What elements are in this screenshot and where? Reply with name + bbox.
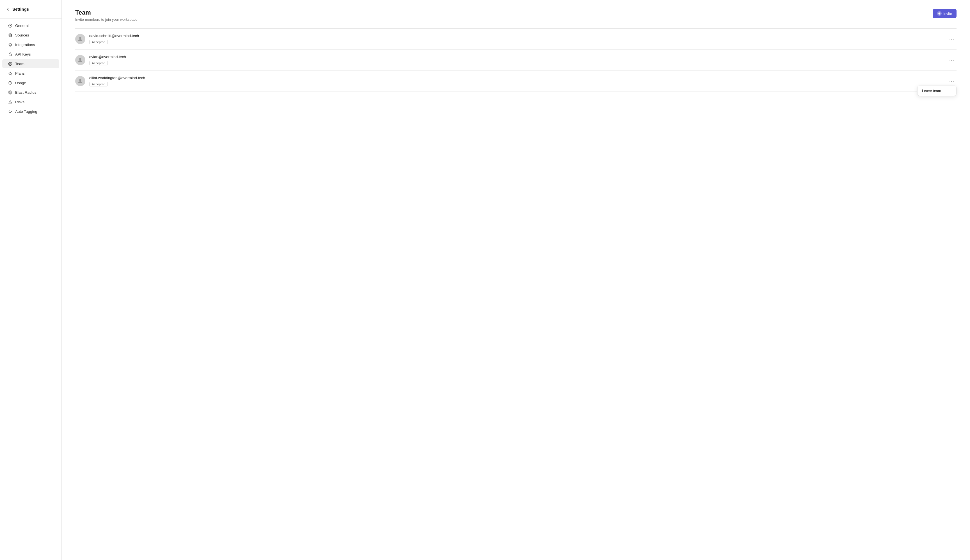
blast-radius-icon xyxy=(8,90,12,95)
avatar xyxy=(75,76,85,86)
member-row: elliot.waddington@overmind.tech Accepted… xyxy=(75,71,957,92)
member-actions: ··· Leave team xyxy=(947,77,957,85)
svg-point-5 xyxy=(10,63,11,64)
sidebar-item-auto-tagging[interactable]: Auto Tagging xyxy=(2,107,59,116)
settings-header[interactable]: Settings xyxy=(0,5,62,17)
sidebar-label-api-keys: API Keys xyxy=(15,52,31,57)
sidebar-item-integrations[interactable]: Integrations xyxy=(2,40,59,49)
member-menu-button[interactable]: ··· xyxy=(947,56,957,64)
svg-point-8 xyxy=(9,91,12,94)
sidebar-label-auto-tagging: Auto Tagging xyxy=(15,109,37,113)
sidebar-label-integrations: Integrations xyxy=(15,43,35,47)
invite-button[interactable]: + Invite xyxy=(933,9,957,18)
sidebar-label-general: General xyxy=(15,23,28,28)
member-email: elliot.waddington@overmind.tech xyxy=(89,76,947,80)
member-row: dylan@overmind.tech Accepted ··· xyxy=(75,50,957,71)
sidebar-item-blast-radius[interactable]: Blast Radius xyxy=(2,88,59,97)
member-email: david.schmitt@overmind.tech xyxy=(89,34,947,38)
svg-point-15 xyxy=(79,79,81,81)
member-info: david.schmitt@overmind.tech Accepted xyxy=(89,34,947,44)
avatar xyxy=(75,34,85,44)
general-icon xyxy=(8,23,12,28)
sidebar-label-plans: Plans xyxy=(15,71,25,75)
member-row: david.schmitt@overmind.tech Accepted ··· xyxy=(75,28,957,50)
page-title-block: Team Invite members to join your workspa… xyxy=(75,9,137,22)
member-menu-button[interactable]: ··· xyxy=(947,77,957,85)
page-header: Team Invite members to join your workspa… xyxy=(75,9,957,22)
sidebar-item-sources[interactable]: Sources xyxy=(2,31,59,40)
member-email: dylan@overmind.tech xyxy=(89,55,947,59)
sidebar-label-usage: Usage xyxy=(15,81,26,85)
member-status-badge: Accepted xyxy=(89,61,108,65)
member-menu-button[interactable]: ··· xyxy=(947,35,957,43)
plans-icon xyxy=(8,71,12,75)
back-icon[interactable] xyxy=(6,7,10,12)
sidebar-item-team[interactable]: Team xyxy=(2,59,59,68)
member-info: dylan@overmind.tech Accepted xyxy=(89,55,947,65)
sidebar-item-plans[interactable]: Plans xyxy=(2,69,59,78)
svg-point-14 xyxy=(79,58,81,60)
svg-point-13 xyxy=(79,37,81,39)
member-status-badge: Accepted xyxy=(89,40,108,44)
member-actions: ··· xyxy=(947,35,957,43)
page-subtitle: Invite members to join your workspace xyxy=(75,17,137,22)
member-info: elliot.waddington@overmind.tech Accepted xyxy=(89,76,947,87)
settings-title: Settings xyxy=(12,7,29,12)
sidebar: Settings General Sources Integrations AP… xyxy=(0,0,62,560)
sidebar-label-team: Team xyxy=(15,62,24,66)
integrations-icon xyxy=(8,42,12,47)
svg-point-7 xyxy=(10,92,11,93)
team-icon xyxy=(8,62,12,66)
svg-rect-3 xyxy=(9,54,12,56)
sidebar-label-blast-radius: Blast Radius xyxy=(15,90,37,95)
svg-point-2 xyxy=(9,34,12,35)
sources-icon xyxy=(8,33,12,37)
avatar xyxy=(75,55,85,65)
sidebar-item-api-keys[interactable]: API Keys xyxy=(2,50,59,58)
page-title: Team xyxy=(75,9,137,16)
svg-point-1 xyxy=(10,25,11,26)
member-status-badge: Accepted xyxy=(89,82,108,87)
svg-point-12 xyxy=(9,110,10,111)
api-keys-icon xyxy=(8,52,12,57)
leave-team-option[interactable]: Leave team xyxy=(918,86,956,96)
invite-plus-icon: + xyxy=(937,11,942,16)
member-actions: ··· xyxy=(947,56,957,64)
sidebar-label-risks: Risks xyxy=(15,100,24,104)
risks-icon xyxy=(8,100,12,104)
sidebar-item-general[interactable]: General xyxy=(2,21,59,30)
invite-label: Invite xyxy=(943,12,952,16)
sidebar-label-sources: Sources xyxy=(15,33,29,37)
member-dropdown-menu: Leave team xyxy=(917,85,957,96)
auto-tagging-icon xyxy=(8,109,12,113)
sidebar-item-usage[interactable]: Usage xyxy=(2,78,59,87)
sidebar-divider xyxy=(0,18,62,18)
main-content: Team Invite members to join your workspa… xyxy=(62,0,970,560)
usage-icon xyxy=(8,80,12,85)
sidebar-item-risks[interactable]: Risks xyxy=(2,97,59,106)
